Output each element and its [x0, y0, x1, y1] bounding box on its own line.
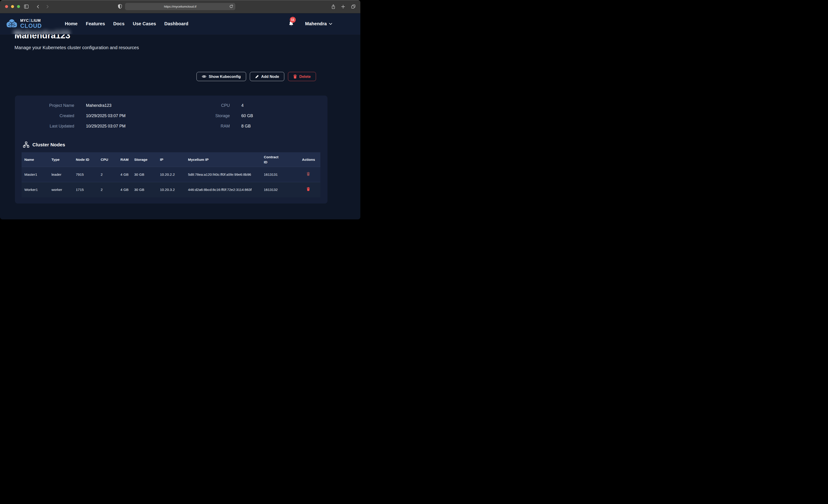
close-window-button[interactable] [5, 5, 8, 8]
page-subtitle: Manage your Kubernetes cluster configura… [14, 45, 139, 50]
col-ip: IP [157, 152, 185, 167]
delete-cluster-button[interactable]: Delete [288, 72, 316, 81]
ram-value: 8 GB [241, 123, 292, 129]
brand-logo[interactable]: MYCΞLIUM CLOUD [6, 19, 42, 29]
node-actions [299, 182, 320, 197]
nav-item-docs[interactable]: Docs [113, 21, 125, 27]
tabs-overview-icon[interactable] [351, 0, 356, 13]
col-name: Name [22, 152, 49, 167]
notification-badge: 11 [290, 17, 296, 23]
notifications-button[interactable]: 11 [288, 21, 294, 27]
mycelium-cloud-logo-icon [6, 19, 18, 29]
network-icon [23, 141, 29, 148]
window-controls [5, 5, 20, 8]
share-icon[interactable] [331, 0, 335, 13]
storage-value: 60 GB [241, 113, 292, 119]
project-name-value: Mahendra123 [86, 102, 155, 109]
col-node-id: Node ID [73, 152, 98, 167]
eye-icon [202, 75, 206, 78]
node-mycelium-ip: 5d8:78ea:a120:f40c:ff0f:a5fe:99e6:8b96 [185, 167, 261, 182]
node-type: worker [49, 182, 73, 197]
cluster-actions: Show Kubeconfig Add Node Delete [0, 72, 316, 81]
table-row: Worker1 worker 1715 2 4 GB 30 GB 10.20.3… [22, 182, 320, 197]
trash-icon [306, 187, 310, 191]
header-right: 11 Mahendra [288, 21, 355, 27]
nav-item-features[interactable]: Features [86, 21, 105, 27]
node-cpu: 2 [98, 167, 118, 182]
user-menu[interactable]: Mahendra [305, 21, 332, 27]
new-tab-icon[interactable] [341, 0, 345, 13]
node-cpu: 2 [98, 182, 118, 197]
node-ip: 10.20.3.2 [157, 182, 185, 197]
col-contract-id: Contract ID [261, 152, 299, 167]
node-actions [299, 167, 320, 182]
back-icon[interactable] [36, 0, 40, 13]
main-nav: Home Features Docs Use Cases Dashboard [65, 21, 189, 27]
nav-item-dashboard[interactable]: Dashboard [164, 21, 188, 27]
col-mycelium-ip: Mycelium IP [185, 152, 261, 167]
node-ip: 10.20.2.2 [157, 167, 185, 182]
node-id: 7915 [73, 167, 98, 182]
cpu-label: CPU [189, 102, 230, 109]
page-title: Mahendra123 [14, 34, 70, 40]
show-kubeconfig-button[interactable]: Show Kubeconfig [197, 72, 246, 81]
add-node-button[interactable]: Add Node [250, 72, 285, 81]
user-name: Mahendra [305, 21, 327, 27]
browser-toolbar: https://myceliumcloud.tf [0, 0, 360, 13]
table-header-row: Name Type Node ID CPU RAM Storage IP Myc… [22, 152, 320, 167]
shield-icon[interactable] [118, 4, 122, 9]
logo-bars-glyph: Ξ [29, 18, 31, 23]
last-updated-value: 10/29/2025 03:07 PM [86, 123, 155, 129]
node-ram: 4 GB [118, 182, 131, 197]
last-updated-label: Last Updated [25, 123, 74, 129]
col-type: Type [49, 152, 73, 167]
forward-icon[interactable] [45, 0, 50, 13]
created-label: Created [25, 113, 74, 119]
trash-icon [306, 172, 310, 176]
trash-icon [293, 75, 297, 79]
url-text: https://myceliumcloud.tf [164, 5, 196, 8]
table-row: Master1 leader 7915 2 4 GB 30 GB 10.20.2… [22, 167, 320, 182]
col-actions: Actions [299, 152, 320, 167]
project-name-label: Project Name [25, 102, 74, 109]
node-storage: 30 GB [131, 182, 157, 197]
node-ram: 4 GB [118, 167, 131, 182]
node-name: Worker1 [22, 182, 49, 197]
node-contract-id: 1613132 [261, 182, 299, 197]
node-name: Master1 [22, 167, 49, 182]
col-storage: Storage [131, 152, 157, 167]
ram-label: RAM [189, 123, 230, 129]
reload-icon[interactable] [229, 4, 233, 8]
address-bar[interactable]: https://myceliumcloud.tf [125, 3, 235, 10]
node-type: leader [49, 167, 73, 182]
browser-window: https://myceliumcloud.tf [0, 0, 360, 219]
node-storage: 30 GB [131, 167, 157, 182]
storage-label: Storage [189, 113, 230, 119]
nav-item-home[interactable]: Home [65, 21, 78, 27]
node-contract-id: 1613131 [261, 167, 299, 182]
cluster-nodes-heading: Cluster Nodes [23, 141, 65, 148]
chevron-down-icon [329, 23, 332, 25]
cpu-value: 4 [241, 102, 292, 109]
brand-wordmark: MYCΞLIUM CLOUD [20, 19, 42, 29]
site-header: MYCΞLIUM CLOUD Home Features Docs Use Ca… [0, 13, 360, 35]
sidebar-toggle-icon[interactable] [24, 0, 29, 13]
created-value: 10/29/2025 03:07 PM [86, 113, 155, 119]
cluster-nodes-table: Name Type Node ID CPU RAM Storage IP Myc… [22, 152, 320, 197]
page-title-wrap: Mahendra123 [14, 34, 70, 41]
project-info-right: CPU 4 Storage 60 GB RAM 8 GB [189, 102, 292, 129]
minimize-window-button[interactable] [11, 5, 14, 8]
node-mycelium-ip: 446:d2a6:8bcd:8c16:ff0f:72e2:3114:863f [185, 182, 261, 197]
pencil-icon [255, 75, 259, 79]
nav-item-use-cases[interactable]: Use Cases [133, 21, 156, 27]
zoom-window-button[interactable] [17, 5, 20, 8]
col-cpu: CPU [98, 152, 118, 167]
project-info-left: Project Name Mahendra123 Created 10/29/2… [25, 102, 155, 129]
col-ram: RAM [118, 152, 131, 167]
delete-node-button[interactable] [306, 172, 310, 176]
delete-node-button[interactable] [306, 187, 310, 191]
node-id: 1715 [73, 182, 98, 197]
